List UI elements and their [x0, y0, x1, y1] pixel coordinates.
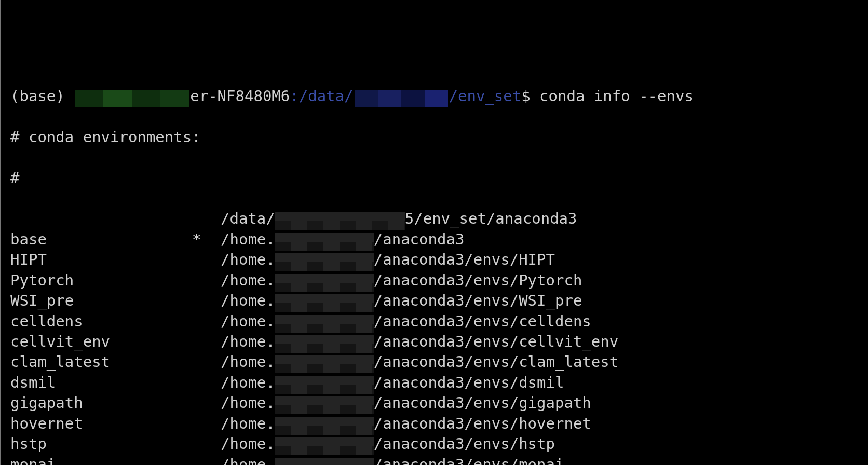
env-path-sep: / [374, 312, 383, 330]
redacted-path [275, 253, 374, 271]
redacted-path [275, 437, 374, 455]
env-path-prefix: /home. [221, 251, 275, 268]
prompt-line[interactable]: (base) er-NF8480M6:/data//env_set$ conda… [10, 86, 859, 106]
env-path-sep: / [374, 230, 383, 248]
env-path-prefix: /home. [221, 271, 275, 289]
env-active-marker [192, 393, 221, 413]
redacted-path [275, 274, 374, 292]
env-path-prefix: /home. [221, 456, 275, 465]
prompt-env: (base) [10, 87, 74, 105]
env-name: hstp [10, 434, 192, 454]
prompt-path-suffix: /env_set [449, 87, 522, 105]
env-path-suffix: anaconda3/envs/monai [383, 456, 564, 465]
env-name: HIPT [10, 250, 192, 270]
env-path-prefix: /home. [221, 415, 275, 432]
redacted-path [275, 376, 374, 394]
env-path-sep: / [374, 456, 383, 465]
prompt-host: er-NF8480M6 [190, 87, 290, 105]
env-path-prefix: /home. [221, 230, 275, 248]
redacted-path [275, 355, 374, 373]
env-active-marker [192, 250, 221, 270]
env-active-marker [192, 311, 221, 332]
env-active-marker: * [192, 229, 221, 250]
env-path-suffix: /env_set/anaconda3 [414, 210, 577, 227]
env-path-prefix: /home. [221, 394, 275, 412]
env-active-marker [192, 352, 221, 372]
env-row: cellvit_env /home./anaconda3/envs/cellvi… [10, 332, 859, 352]
env-row: HIPT /home./anaconda3/envs/HIPT [10, 250, 859, 270]
env-name: base [10, 229, 192, 250]
env-path-suffix: anaconda3/envs/hovernet [383, 415, 591, 432]
env-active-marker [192, 291, 221, 311]
env-path-prefix: /home. [221, 312, 275, 330]
env-path-suffix: anaconda3/envs/WSI_pre [383, 292, 582, 309]
redacted-path [275, 396, 374, 414]
env-row: clam_latest /home./anaconda3/envs/clam_l… [10, 352, 859, 372]
env-path-sep: / [374, 333, 383, 350]
env-path-prefix: /data/ [221, 210, 275, 227]
env-name: WSI_pre [10, 291, 192, 311]
env-path-prefix: /home. [221, 292, 275, 309]
env-path-prefix: /home. [221, 333, 275, 350]
env-path-suffix: anaconda3/envs/dsmil [383, 374, 564, 391]
env-row: hstp /home./anaconda3/envs/hstp [10, 434, 859, 454]
redacted-path [275, 458, 374, 465]
env-name: celldens [10, 311, 192, 332]
env-name: gigapath [10, 393, 192, 413]
env-name: dsmil [10, 373, 192, 393]
env-path-suffix: anaconda3/envs/clam_latest [383, 353, 618, 371]
env-path-suffix: anaconda3 [383, 230, 464, 248]
env-active-marker [192, 270, 221, 291]
output-header-1: # conda environments: [10, 127, 859, 147]
prompt-path-prefix: :/data/ [290, 87, 353, 105]
env-path-prefix: /home. [221, 374, 275, 391]
env-active-marker [192, 209, 221, 229]
env-path-sep: / [374, 292, 383, 309]
env-path-prefix: /home. [221, 353, 275, 371]
env-row: WSI_pre /home./anaconda3/envs/WSI_pre [10, 291, 859, 311]
env-path-sep: 5 [405, 210, 414, 227]
env-path-suffix: anaconda3/envs/cellvit_env [383, 333, 618, 350]
env-name: Pytorch [10, 270, 192, 291]
prompt-dollar: $ [521, 87, 539, 105]
env-row: celldens /home./anaconda3/envs/celldens [10, 311, 859, 332]
env-path-suffix: anaconda3/envs/gigapath [383, 394, 591, 412]
env-path-sep: / [374, 374, 383, 391]
env-path-sep: / [374, 271, 383, 289]
env-path-suffix: anaconda3/envs/hstp [383, 435, 555, 453]
env-row: base*/home./anaconda3 [10, 229, 859, 250]
env-path-sep: / [374, 251, 383, 268]
env-active-marker [192, 414, 221, 434]
env-row: monai /home./anaconda3/envs/monai [10, 455, 859, 465]
redacted-path [275, 294, 374, 312]
env-path-suffix: anaconda3/envs/Pytorch [383, 271, 582, 289]
env-name: clam_latest [10, 352, 192, 372]
env-name: cellvit_env [10, 332, 192, 352]
redacted-path [275, 315, 374, 333]
env-row: Pytorch /home./anaconda3/envs/Pytorch [10, 270, 859, 291]
env-name: monai [10, 455, 192, 465]
redacted-user [75, 90, 189, 107]
env-active-marker [192, 434, 221, 454]
redacted-path [275, 335, 374, 353]
redacted-path [275, 417, 374, 435]
env-path-sep: / [374, 415, 383, 432]
env-list: /data/5/env_set/anaconda3base*/home./ana… [10, 209, 859, 465]
env-path-suffix: anaconda3/envs/HIPT [383, 251, 555, 268]
env-path-sep: / [374, 394, 383, 412]
env-name: hovernet [10, 414, 192, 434]
redacted-path [275, 233, 374, 251]
env-active-marker [192, 332, 221, 352]
env-path-suffix: anaconda3/envs/celldens [383, 312, 591, 330]
redacted-path [275, 212, 405, 230]
env-path-sep: / [374, 435, 383, 453]
env-active-marker [192, 373, 221, 393]
redacted-path-mid [355, 90, 448, 107]
env-row: hovernet /home./anaconda3/envs/hovernet [10, 414, 859, 434]
output-header-2: # [10, 168, 859, 188]
env-path-sep: / [374, 353, 383, 371]
env-row: gigapath /home./anaconda3/envs/gigapath [10, 393, 859, 413]
command-text: conda info --envs [539, 87, 694, 105]
env-row: /data/5/env_set/anaconda3 [10, 209, 859, 229]
env-active-marker [192, 455, 221, 465]
